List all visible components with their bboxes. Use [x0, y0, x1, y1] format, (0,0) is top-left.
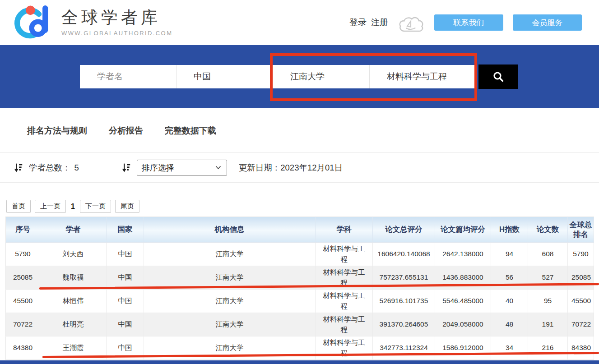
site-title: 全球学者库: [61, 9, 172, 27]
institution-field: [273, 65, 369, 88]
column-header: 序号: [6, 217, 40, 243]
institution-input[interactable]: [273, 71, 369, 82]
table-cell: 林恒伟: [40, 290, 107, 313]
scholar-field: [80, 65, 176, 88]
table-cell: 杜明亮: [40, 313, 107, 336]
sort-select-value: 排序选择: [142, 162, 174, 173]
table-row: 45500林恒伟中国江南大学材料科学与工程526916.1017355546.4…: [6, 290, 594, 313]
nav-ranking-rules[interactable]: 排名方法与规则: [27, 125, 87, 152]
first-page-button[interactable]: 首页: [6, 200, 31, 213]
column-header: 全球总排名: [568, 217, 594, 243]
table-row: 5790刘天西中国江南大学材料科学与工程1606420.1400682642.1…: [6, 243, 594, 266]
current-page: 1: [71, 203, 75, 211]
table-cell: 王潮霞: [40, 336, 107, 360]
top-header: 全球学者库 WWW.GLOBALAUTHORID.COM 登录 注册 联系我们 …: [0, 0, 599, 45]
scholar-total-value: 5: [74, 163, 79, 173]
table-cell: 江南大学: [144, 336, 316, 360]
table-row: 84380王潮霞中国江南大学材料科学与工程342773.1123241586.9…: [6, 336, 594, 360]
table-cell: 魏取福: [40, 266, 107, 290]
table-cell: 5790: [568, 243, 594, 266]
table-cell: 526916.101735: [373, 290, 435, 313]
table-cell: 56: [491, 266, 528, 290]
table-cell: 95: [528, 290, 568, 313]
table-cell: 391370.264605: [373, 313, 435, 336]
chevron-down-icon: [215, 166, 221, 170]
scholar-input[interactable]: [80, 71, 176, 82]
table-cell: 材料科学与工程: [316, 290, 373, 313]
sort-icon: [121, 163, 131, 173]
table-cell: 94: [491, 243, 528, 266]
table-cell: 1586.912000: [435, 336, 491, 360]
brand-text: 全球学者库 WWW.GLOBALAUTHORID.COM: [61, 9, 172, 37]
subject-field: [369, 65, 475, 88]
table-cell: 中国: [107, 336, 144, 360]
contact-button[interactable]: 联系我们: [434, 14, 503, 31]
login-link[interactable]: 登录: [349, 17, 367, 28]
table-cell: 527: [528, 266, 568, 290]
table-cell: 刘天西: [40, 243, 107, 266]
table-cell: 中国: [107, 313, 144, 336]
scholar-total: 学者总数：5: [29, 162, 79, 173]
table-cell: 2642.138000: [435, 243, 491, 266]
filter-row: 学者总数：5 排序选择 更新日期：2023年12月01日: [0, 152, 599, 183]
table-cell: 5790: [6, 243, 40, 266]
country-input[interactable]: [176, 71, 273, 82]
update-date: 更新日期：2023年12月01日: [239, 162, 343, 173]
sort-icon: [14, 163, 23, 173]
search-band: [0, 45, 599, 108]
table-cell: 84380: [568, 336, 594, 360]
footer-bar: [0, 360, 599, 364]
column-header: 机构信息: [144, 217, 316, 243]
table-cell: 江南大学: [144, 313, 316, 336]
table-row: 25085魏取福中国江南大学材料科学与工程757237.6551311436.8…: [6, 266, 594, 290]
table-cell: 45500: [6, 290, 40, 313]
prev-page-button[interactable]: 上一页: [35, 200, 66, 213]
table-cell: 1436.883000: [435, 266, 491, 290]
table-cell: 25085: [568, 266, 594, 290]
table-cell: 757237.655131: [373, 266, 435, 290]
column-header: 学者: [40, 217, 107, 243]
auth-links: 登录 注册: [349, 17, 388, 28]
column-header: 论文总评分: [373, 217, 435, 243]
scholar-total-label: 学者总数：: [29, 162, 71, 173]
column-header: H指数: [491, 217, 528, 243]
pagination: 首页 上一页 1 下一页 尾页: [6, 200, 599, 213]
table-row: 70722杜明亮中国江南大学材料科学与工程391370.2646052049.0…: [6, 313, 594, 336]
table-cell: 25085: [6, 266, 40, 290]
table-cell: 2049.058000: [435, 313, 491, 336]
table-header: 序号学者国家机构信息学科论文总评分论文篇均评分H指数论文数全球总排名: [6, 217, 594, 243]
logo-icon: [13, 4, 53, 41]
next-page-button[interactable]: 下一页: [80, 200, 111, 213]
table-cell: 江南大学: [144, 290, 316, 313]
register-link[interactable]: 注册: [371, 17, 388, 28]
last-page-button[interactable]: 尾页: [115, 200, 139, 213]
data-table: 序号学者国家机构信息学科论文总评分论文篇均评分H指数论文数全球总排名 5790刘…: [5, 217, 594, 360]
table-cell: 材料科学与工程: [316, 336, 373, 360]
table-cell: 34: [491, 336, 528, 360]
sort-select[interactable]: 排序选择: [137, 160, 227, 176]
search-button[interactable]: [478, 65, 518, 89]
update-date-value: 2023年12月01日: [280, 162, 343, 173]
table-cell: 1606420.140068: [373, 243, 435, 266]
cloud-sailboat-icon: [398, 14, 425, 35]
logo[interactable]: 全球学者库 WWW.GLOBALAUTHORID.COM: [13, 4, 172, 41]
country-field: [176, 65, 273, 88]
subject-input[interactable]: [370, 71, 475, 82]
table-cell: 84380: [6, 336, 40, 360]
table-cell: 江南大学: [144, 243, 316, 266]
nav-data-download[interactable]: 完整数据下载: [165, 125, 216, 152]
search-fields: [80, 65, 475, 88]
table-cell: 70722: [568, 313, 594, 336]
column-header: 国家: [107, 217, 144, 243]
nav-analysis-report[interactable]: 分析报告: [109, 125, 143, 152]
site-subtitle: WWW.GLOBALAUTHORID.COM: [61, 30, 172, 37]
table-cell: 70722: [6, 313, 40, 336]
table-body: 5790刘天西中国江南大学材料科学与工程1606420.1400682642.1…: [6, 243, 594, 360]
search-row: [80, 65, 518, 89]
search-icon: [492, 71, 504, 83]
table-cell: 材料科学与工程: [316, 243, 373, 266]
column-header: 学科: [316, 217, 373, 243]
member-button[interactable]: 会员服务: [513, 14, 582, 31]
update-date-label: 更新日期：: [239, 162, 281, 173]
page: 全球学者库 WWW.GLOBALAUTHORID.COM 登录 注册 联系我们 …: [0, 0, 599, 364]
